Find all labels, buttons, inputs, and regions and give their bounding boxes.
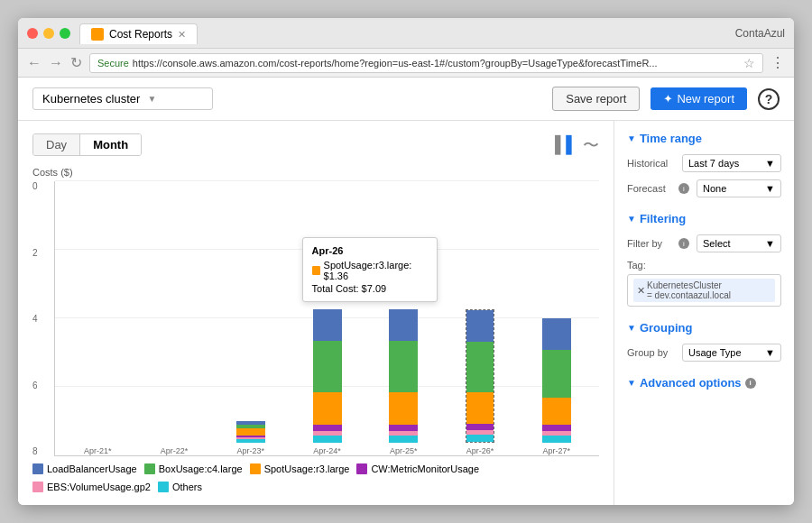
time-range-header[interactable]: ▼ Time range xyxy=(627,132,781,145)
bar-stack-apr22[interactable] xyxy=(160,441,189,443)
segment-green-apr25 xyxy=(389,341,418,392)
bar-stack-apr25[interactable] xyxy=(389,309,418,443)
new-report-button[interactable]: ✦ New report xyxy=(651,87,747,110)
segment-blue-apr26 xyxy=(466,310,494,342)
segment-orange-apr25 xyxy=(389,392,418,425)
group-by-value: Usage Type xyxy=(688,347,742,358)
plus-icon: ✦ xyxy=(663,92,673,106)
stacked-bar-icon[interactable]: ▌ xyxy=(566,135,577,154)
bar-group-apr21: Apr-21* xyxy=(64,441,132,455)
filtering-title: Filtering xyxy=(640,212,686,225)
segment-cyan-apr27 xyxy=(542,436,571,443)
chart-type-buttons: ▐ ▌ 〜 xyxy=(549,134,599,156)
chart-area: 8 6 4 2 0 xyxy=(32,181,599,456)
right-panel: ▼ Time range Historical Last 7 days ▼ Fo… xyxy=(614,121,794,505)
bar-group-apr23: Apr-23* xyxy=(217,421,284,455)
segment-orange-apr26 xyxy=(466,392,494,425)
segment-purple-apr27 xyxy=(542,425,571,431)
legend-color-others xyxy=(158,482,169,492)
new-report-label: New report xyxy=(677,92,734,106)
filtering-header[interactable]: ▼ Filtering xyxy=(627,212,781,225)
url-bar[interactable]: Secure https://console.aws.amazon.com/co… xyxy=(89,53,763,73)
bar-label-apr22: Apr-22* xyxy=(161,446,189,455)
y-label-8: 8 xyxy=(32,446,49,456)
bar-stack-apr23[interactable] xyxy=(236,421,265,443)
y-axis-label: Costs ($) xyxy=(32,167,599,178)
tooltip-spot-row: SpotUsage:r3.large: $1.36 xyxy=(312,260,428,281)
time-range-section: ▼ Time range Historical Last 7 days ▼ Fo… xyxy=(627,132,781,197)
month-period-button[interactable]: Month xyxy=(80,134,141,155)
close-button[interactable] xyxy=(27,28,38,39)
bar-chart-icon[interactable]: ▐ xyxy=(549,135,560,154)
bar-label-apr23: Apr-23* xyxy=(237,446,265,455)
bar-stack-apr26[interactable] xyxy=(466,309,494,443)
filter-by-select[interactable]: Select ▼ xyxy=(697,234,781,252)
browser-window: Cost Reports ✕ ContaAzul ← → ↻ Secure ht… xyxy=(18,18,794,505)
tooltip-total: Total Cost: $7.09 xyxy=(312,283,428,294)
report-selector[interactable]: Kubernetes cluster ▼ xyxy=(32,87,213,110)
segment-blue-apr25 xyxy=(389,309,418,341)
browser-tab[interactable]: Cost Reports ✕ xyxy=(79,23,198,44)
forecast-label-group: Forecast i xyxy=(627,183,689,194)
bookmark-icon[interactable]: ☆ xyxy=(743,56,755,70)
grid-line-8 xyxy=(55,180,599,181)
filter-info-icon: i xyxy=(678,238,689,249)
tab-title: Cost Reports xyxy=(109,28,172,41)
grouping-section: ▼ Grouping Group by Usage Type ▼ xyxy=(627,321,781,362)
filtering-section: ▼ Filtering Filter by i Select ▼ Tag: xyxy=(627,212,781,307)
help-button[interactable]: ? xyxy=(758,88,780,110)
browser-menu-icon[interactable]: ⋮ xyxy=(770,54,785,71)
forward-button[interactable]: → xyxy=(49,55,63,71)
dropdown-arrow-icon: ▼ xyxy=(147,94,156,104)
tag-remove-icon[interactable]: ✕ xyxy=(637,285,645,297)
toolbar: Kubernetes cluster ▼ Save report ✦ New r… xyxy=(18,78,794,121)
group-by-dropdown-icon: ▼ xyxy=(765,347,775,358)
historical-label: Historical xyxy=(627,158,677,169)
group-by-label: Group by xyxy=(627,347,677,358)
bar-stack-apr24[interactable] xyxy=(313,309,342,443)
bar-group-apr27: Apr-27* xyxy=(522,318,590,455)
filter-by-label: Filter by xyxy=(627,238,677,249)
bar-label-apr27: Apr-27* xyxy=(542,446,570,455)
segment-green-apr27 xyxy=(542,350,571,398)
bar-stack-apr21[interactable] xyxy=(83,441,112,443)
time-range-title: Time range xyxy=(640,132,702,145)
group-by-select[interactable]: Usage Type ▼ xyxy=(682,344,781,362)
maximize-button[interactable] xyxy=(60,28,70,39)
grouping-header[interactable]: ▼ Grouping xyxy=(627,321,781,335)
forecast-value: None xyxy=(703,183,726,194)
segment-orange-apr23 xyxy=(236,428,265,436)
segment-cyan-apr24 xyxy=(313,436,342,443)
reload-button[interactable]: ↻ xyxy=(70,54,82,71)
back-button[interactable]: ← xyxy=(27,55,42,71)
historical-select[interactable]: Last 7 days ▼ xyxy=(682,154,781,172)
forecast-select[interactable]: None ▼ xyxy=(697,179,781,197)
day-period-button[interactable]: Day xyxy=(33,134,80,155)
chart-tooltip: Apr-26 SpotUsage:r3.large: $1.36 Total C… xyxy=(302,237,438,302)
save-report-button[interactable]: Save report xyxy=(552,87,640,111)
bar-label-apr25: Apr-25* xyxy=(390,446,418,455)
bar-group-apr25: Apr-25* xyxy=(370,309,438,455)
y-label-4: 4 xyxy=(32,314,49,324)
segment-orange-apr24 xyxy=(313,392,342,425)
line-chart-icon[interactable]: 〜 xyxy=(583,134,599,156)
legend-color-ebs xyxy=(32,482,43,492)
tab-close-icon[interactable]: ✕ xyxy=(178,29,186,41)
y-label-6: 6 xyxy=(32,381,49,390)
segment-orange-apr27 xyxy=(542,398,571,425)
segment-purple-apr24 xyxy=(313,425,342,431)
segment-cyan-apr25 xyxy=(389,436,418,443)
group-by-row: Group by Usage Type ▼ xyxy=(627,344,781,362)
legend-color-cwmetric xyxy=(356,463,367,474)
segment-purple-apr26 xyxy=(466,424,494,430)
legend-boxusage: BoxUsage:c4.large xyxy=(144,463,243,474)
minimize-button[interactable] xyxy=(43,28,54,39)
forecast-row: Forecast i None ▼ xyxy=(627,179,781,197)
tooltip-title: Apr-26 xyxy=(312,245,428,256)
advanced-options-header[interactable]: ▼ Advanced options i xyxy=(627,376,781,390)
tag-item: ✕ KubernetesCluster= dev.contaazul.local xyxy=(633,279,775,302)
title-bar: Cost Reports ✕ ContaAzul xyxy=(18,18,794,49)
bar-stack-apr27[interactable] xyxy=(542,318,571,443)
historical-row: Historical Last 7 days ▼ xyxy=(627,154,781,172)
legend-label-spotusage: SpotUsage:r3.large xyxy=(264,463,350,474)
